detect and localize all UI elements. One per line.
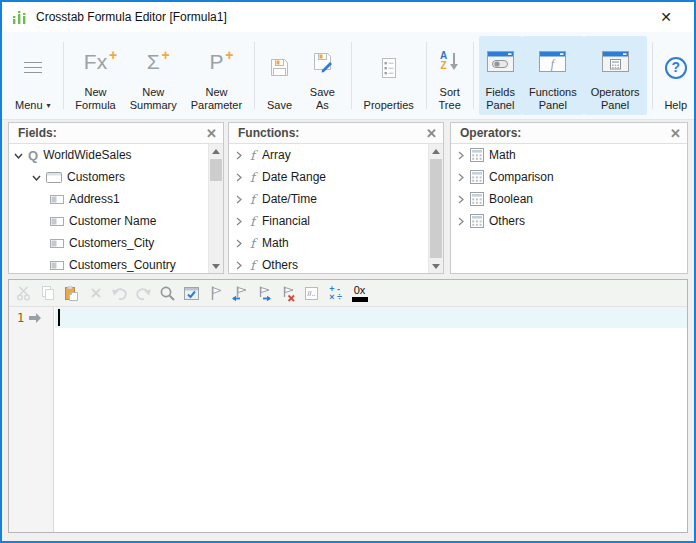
save-label: Save — [267, 99, 292, 112]
menu-button-label: Menu — [15, 99, 43, 112]
tree-item-worldwidesales[interactable]: Q WorldWideSales — [9, 144, 223, 166]
tree-item-math-functions[interactable]: f Math — [229, 232, 443, 254]
properties-label: Properties — [364, 99, 414, 112]
fields-panel-toggle[interactable]: Fields Panel — [479, 36, 522, 115]
tree-item-others-functions[interactable]: f Others — [229, 254, 443, 273]
scroll-down-icon[interactable] — [209, 259, 223, 273]
copy-button[interactable] — [36, 282, 59, 305]
chevron-down-icon: ▾ — [47, 99, 51, 112]
chevron-right-icon[interactable] — [234, 173, 243, 182]
tree-item-array[interactable]: f Array — [229, 144, 443, 166]
paste-button[interactable] — [60, 282, 83, 305]
tree-item-comparison[interactable]: Comparison — [451, 166, 687, 188]
hex-view-button[interactable]: 0x — [348, 282, 371, 305]
redo-button[interactable] — [132, 282, 155, 305]
operators-panel-toggle[interactable]: Operators Panel — [584, 36, 647, 115]
calculator-icon — [470, 148, 484, 162]
tree-item-financial[interactable]: f Financial — [229, 210, 443, 232]
app-logo-icon — [12, 10, 27, 25]
clipboard-icon — [63, 285, 80, 302]
magnifier-icon — [159, 285, 176, 302]
undo-button[interactable] — [108, 282, 131, 305]
delete-icon — [89, 286, 103, 300]
previous-bookmark-button[interactable] — [228, 282, 251, 305]
help-label: Help — [664, 99, 687, 112]
window-close-button[interactable]: ✕ — [652, 7, 680, 27]
tree-item-date-range[interactable]: f Date Range — [229, 166, 443, 188]
operators-list-button[interactable]: + -× ÷ — [324, 282, 347, 305]
fields-scrollbar[interactable] — [208, 144, 223, 273]
calculator-icon — [470, 214, 484, 228]
chevron-down-icon[interactable] — [32, 173, 41, 182]
tree-item-label: Customers_City — [69, 236, 154, 250]
new-summary-label-2: Summary — [130, 99, 177, 112]
fields-panel-close-button[interactable]: ✕ — [206, 126, 217, 141]
tree-item-boolean[interactable]: Boolean — [451, 188, 687, 210]
tree-item-others-operators[interactable]: Others — [451, 210, 687, 232]
sort-tree-button[interactable]: AZ Sort Tree — [432, 36, 468, 115]
redo-icon — [135, 286, 152, 301]
functions-scrollbar[interactable] — [428, 144, 443, 273]
scroll-up-icon[interactable] — [429, 144, 443, 158]
chevron-right-icon[interactable] — [456, 217, 465, 226]
chevron-right-icon[interactable] — [234, 151, 243, 160]
flag-remove-icon — [279, 285, 296, 302]
functions-panel-title: Functions: — [238, 126, 299, 140]
chevron-right-icon[interactable] — [456, 151, 465, 160]
find-button[interactable] — [156, 282, 179, 305]
undo-icon — [111, 286, 128, 301]
tree-item-date-time[interactable]: f Date/Time — [229, 188, 443, 210]
help-button[interactable]: ? Help — [657, 36, 694, 115]
scrollbar-thumb[interactable] — [430, 159, 442, 258]
formula-icon: Fx+ — [84, 55, 107, 68]
chevron-right-icon[interactable] — [234, 261, 243, 270]
tree-item-address1[interactable]: Address1 — [9, 188, 223, 210]
next-bookmark-button[interactable] — [252, 282, 275, 305]
tree-item-label: Comparison — [489, 170, 554, 184]
new-formula-button[interactable]: Fx+ New Formula — [68, 36, 122, 115]
operators-panel-title: Operators: — [460, 126, 521, 140]
field-icon — [50, 217, 64, 226]
code-area[interactable]: 1 — [9, 307, 687, 532]
chevron-right-icon[interactable] — [234, 239, 243, 248]
tree-item-customers[interactable]: Customers — [9, 166, 223, 188]
comment-button[interactable]: //.. — [300, 282, 323, 305]
scissors-icon — [16, 285, 32, 301]
chevron-right-icon[interactable] — [456, 173, 465, 182]
chevron-down-icon[interactable] — [14, 151, 23, 160]
tree-item-customer-name[interactable]: Customer Name — [9, 210, 223, 232]
chevron-right-icon[interactable] — [456, 195, 465, 204]
bookmark-button[interactable] — [204, 282, 227, 305]
chevron-right-icon[interactable] — [234, 195, 243, 204]
scroll-down-icon[interactable] — [429, 259, 443, 273]
scroll-up-icon[interactable] — [209, 144, 223, 158]
functions-panel-close-button[interactable]: ✕ — [426, 126, 437, 141]
functions-panel: Functions: ✕ f Array f Date Range f Date… — [228, 122, 444, 274]
properties-button[interactable]: Properties — [357, 36, 421, 115]
operators-panel-close-button[interactable]: ✕ — [670, 126, 681, 141]
new-parameter-label-2: Parameter — [191, 99, 242, 112]
new-summary-button[interactable]: Σ+ New Summary — [123, 36, 184, 115]
delete-button[interactable] — [84, 282, 107, 305]
tree-item-customers-city[interactable]: Customers_City — [9, 232, 223, 254]
new-parameter-button[interactable]: P+ New Parameter — [184, 36, 249, 115]
chevron-right-icon[interactable] — [234, 217, 243, 226]
math-operators-icon: + -× ÷ — [329, 285, 342, 301]
clear-bookmarks-button[interactable] — [276, 282, 299, 305]
toolbar-separator — [473, 42, 474, 109]
save-button[interactable]: Save — [260, 36, 299, 115]
save-as-button[interactable]: Save As — [299, 36, 346, 115]
tree-item-math-operators[interactable]: Math — [451, 144, 687, 166]
scrollbar-thumb[interactable] — [210, 159, 222, 181]
formula-editor: //.. + -× ÷ 0x 1 — [8, 279, 688, 533]
menu-button[interactable]: Menu ▾ — [8, 36, 58, 115]
tree-item-customers-country[interactable]: Customers_Country — [9, 254, 223, 273]
operators-tree: Math Comparison Boolean Others — [451, 144, 687, 273]
tree-item-label: Date Range — [262, 170, 326, 184]
functions-panel-toggle[interactable]: f Functions Panel — [522, 36, 584, 115]
function-icon: f — [248, 214, 257, 229]
cut-button[interactable] — [12, 282, 35, 305]
tree-item-label: Customer Name — [69, 214, 156, 228]
toolbar-separator — [652, 42, 653, 109]
syntax-check-button[interactable] — [180, 282, 203, 305]
